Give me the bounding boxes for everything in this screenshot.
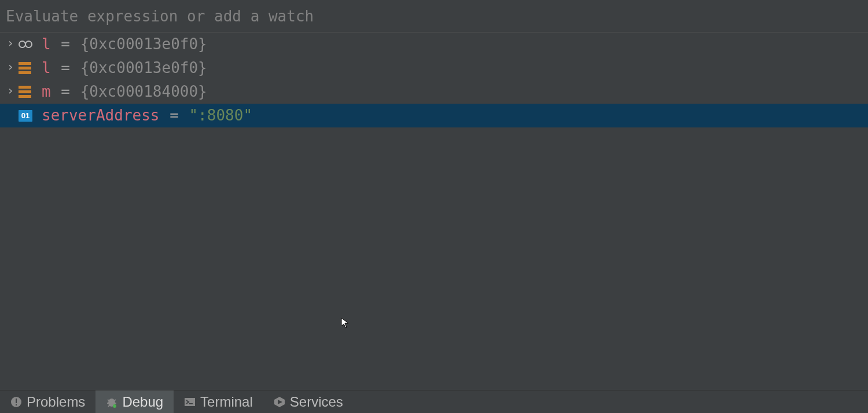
svg-rect-5 xyxy=(185,398,195,406)
variable-value: {0xc000184000} xyxy=(80,80,207,104)
variable-icon-slot xyxy=(19,85,38,99)
svg-rect-2 xyxy=(16,404,17,405)
tab-label: Problems xyxy=(27,394,85,410)
equals-sign: = xyxy=(52,32,79,56)
variable-row[interactable]: ›l = {0xc00013e0f0} xyxy=(0,56,868,80)
variable-name: l xyxy=(42,32,51,56)
expand-arrow-icon[interactable]: › xyxy=(3,79,17,103)
variable-value: {0xc00013e0f0} xyxy=(80,32,207,56)
variable-name: serverAddress xyxy=(42,104,160,127)
struct-icon xyxy=(19,62,31,74)
variable-value: {0xc00013e0f0} xyxy=(80,56,207,80)
variable-name: l xyxy=(42,56,51,80)
variable-row[interactable]: ›l = {0xc00013e0f0} xyxy=(0,32,868,56)
expand-arrow-icon[interactable]: › xyxy=(3,32,17,55)
tab-terminal[interactable]: Terminal xyxy=(174,390,263,413)
equals-sign: = xyxy=(161,104,188,127)
tab-debug[interactable]: Debug xyxy=(95,390,174,413)
tab-label: Terminal xyxy=(200,394,253,410)
equals-sign: = xyxy=(52,80,79,104)
problems-icon xyxy=(10,396,22,408)
variable-name: m xyxy=(42,80,51,104)
services-icon xyxy=(274,396,285,408)
constant-icon: 01 xyxy=(19,110,32,122)
debug-icon xyxy=(106,396,117,408)
tab-problems[interactable]: Problems xyxy=(0,390,95,413)
tab-label: Debug xyxy=(122,394,163,410)
variable-row[interactable]: ›m = {0xc000184000} xyxy=(0,80,868,104)
terminal-icon xyxy=(184,396,196,408)
svg-point-4 xyxy=(113,404,116,408)
svg-rect-1 xyxy=(16,399,17,403)
tab-label: Services xyxy=(290,394,343,410)
struct-icon xyxy=(19,86,31,98)
expression-input-bar xyxy=(0,0,868,32)
variable-icon-slot xyxy=(19,38,38,52)
variable-icon-slot xyxy=(19,61,38,75)
variables-list: ›l = {0xc00013e0f0}›l = {0xc00013e0f0}›m… xyxy=(0,32,868,390)
tool-window-tabs: ProblemsDebugTerminalServices xyxy=(0,390,868,413)
variable-icon-slot: 01 xyxy=(19,109,38,123)
equals-sign: = xyxy=(52,56,79,80)
expression-input[interactable] xyxy=(6,8,862,25)
variable-value: ":8080" xyxy=(189,104,252,127)
expand-arrow-icon[interactable]: › xyxy=(3,55,17,79)
watch-icon xyxy=(19,41,32,48)
tab-services[interactable]: Services xyxy=(263,390,354,413)
variable-row[interactable]: ›01serverAddress = ":8080" xyxy=(0,104,868,127)
